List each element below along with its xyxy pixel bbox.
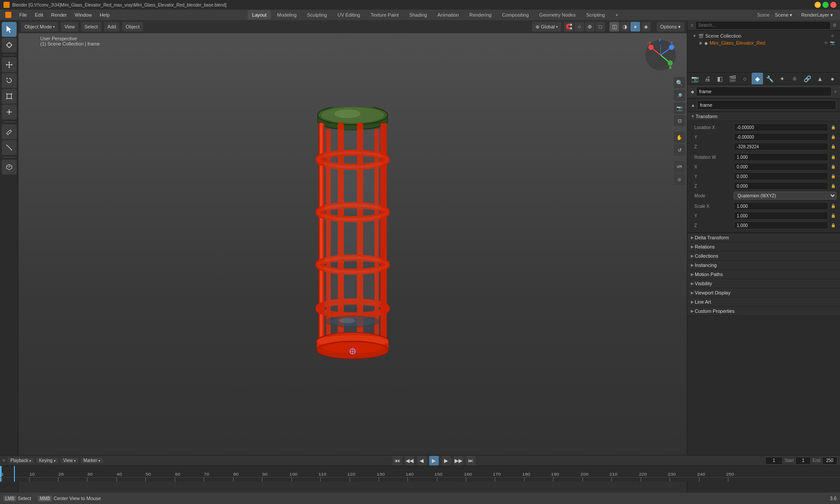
- annotate-tool-button[interactable]: [2, 124, 17, 139]
- proportional-btn[interactable]: ○: [574, 22, 584, 32]
- tab-add[interactable]: +: [611, 10, 623, 20]
- solid-shading-btn[interactable]: ◑: [620, 22, 630, 32]
- renderlayer-dropdown[interactable]: RenderLayer ▾: [798, 10, 836, 20]
- world-props-tab[interactable]: ○: [739, 73, 751, 85]
- motion-paths-header[interactable]: ▶ Motion Paths: [687, 270, 840, 279]
- prev-keyframe-btn[interactable]: ◀◀: [405, 456, 414, 466]
- render-view-btn[interactable]: ◎: [674, 174, 685, 185]
- modifiers-tab[interactable]: 🔧: [764, 73, 776, 85]
- measure-tool-button[interactable]: [2, 140, 17, 155]
- object-name-settings[interactable]: ▾: [834, 89, 836, 94]
- menu-file[interactable]: File: [16, 11, 31, 18]
- xray-btn[interactable]: □: [595, 22, 605, 32]
- view-layer-tab[interactable]: ◧: [714, 73, 726, 85]
- timeline-menu-icon[interactable]: ≡: [3, 458, 5, 463]
- location-z-lock[interactable]: 🔒: [830, 143, 836, 150]
- zoom-in-btn[interactable]: 🔍: [674, 77, 685, 88]
- pan-btn[interactable]: ✋: [674, 132, 685, 143]
- scene-props-tab[interactable]: 🎬: [727, 73, 738, 85]
- location-x-value[interactable]: -0.00000: [734, 123, 828, 131]
- custom-properties-header[interactable]: ▶ Custom Properties: [687, 307, 840, 316]
- outliner-search[interactable]: [695, 21, 831, 30]
- collections-header[interactable]: ▶ Collections: [687, 252, 840, 261]
- rotation-mode-select[interactable]: Quaternion (WXYZ) XYZ Euler Axis Angle: [734, 192, 836, 200]
- move-tool-button[interactable]: [2, 57, 17, 72]
- object-mode-dropdown[interactable]: Object Mode ▾: [21, 22, 58, 32]
- outliner-settings-icon[interactable]: ⚙: [833, 23, 836, 28]
- options-btn[interactable]: Options ▾: [657, 22, 684, 32]
- end-frame-input[interactable]: [822, 457, 837, 465]
- close-button[interactable]: [830, 2, 836, 8]
- tab-layout[interactable]: Layout: [248, 10, 271, 20]
- rotation-x-value[interactable]: 0.000: [734, 163, 828, 171]
- step-back-btn[interactable]: ◀: [417, 456, 427, 466]
- tab-scripting[interactable]: Scripting: [582, 10, 609, 20]
- jump-end-btn[interactable]: ⏭: [466, 456, 476, 466]
- physics-tab[interactable]: ⚛: [789, 73, 801, 85]
- tab-sculpting[interactable]: Sculpting: [303, 10, 331, 20]
- transform-header[interactable]: ▼ Transform: [687, 112, 840, 121]
- tab-geometry-nodes[interactable]: Geometry Nodes: [535, 10, 580, 20]
- scale-z-lock[interactable]: 🔒: [830, 222, 836, 229]
- object-props-tab[interactable]: ◆: [752, 73, 763, 85]
- material-shading-btn[interactable]: ●: [630, 22, 640, 32]
- timeline-ruler[interactable]: 1 10 20 30 40 50 60: [0, 466, 840, 482]
- location-x-lock[interactable]: 🔒: [830, 124, 836, 131]
- current-frame-input[interactable]: [765, 457, 783, 465]
- select-menu-btn[interactable]: Select: [81, 22, 102, 32]
- camera-view-btn[interactable]: 📷: [674, 102, 685, 114]
- menu-blender[interactable]: [2, 11, 15, 19]
- data-tab[interactable]: ▲: [814, 73, 826, 85]
- object-menu-btn[interactable]: Object: [122, 22, 143, 32]
- constraints-tab[interactable]: 🔗: [802, 73, 813, 85]
- tab-texture-paint[interactable]: Texture Paint: [366, 10, 403, 20]
- cursor-tool-button[interactable]: [2, 38, 17, 52]
- rotate-tool-button[interactable]: [2, 73, 17, 88]
- viewport-3d[interactable]: Object Mode ▾ View Select Add Object ⊕ G…: [18, 20, 687, 493]
- scale-y-lock[interactable]: 🔒: [830, 212, 836, 219]
- delta-transform-header[interactable]: ▶ Delta Transform: [687, 233, 840, 242]
- scale-x-value[interactable]: 1.000: [734, 202, 828, 210]
- scene-dropdown[interactable]: Scene ▾: [771, 10, 796, 20]
- render-props-tab[interactable]: 📷: [689, 73, 701, 85]
- zoom-out-btn[interactable]: 🔎: [674, 90, 685, 101]
- add-menu-btn[interactable]: Add: [104, 22, 120, 32]
- step-forward-btn[interactable]: ▶: [441, 456, 451, 466]
- tab-shading[interactable]: Shading: [405, 10, 431, 20]
- menu-render[interactable]: Render: [48, 11, 70, 18]
- maximize-button[interactable]: [822, 2, 829, 8]
- window-controls[interactable]: [815, 2, 836, 8]
- add-cube-button[interactable]: [2, 160, 17, 175]
- rotation-z-lock[interactable]: 🔒: [830, 182, 836, 189]
- scene-collection-item[interactable]: ▼ 🎬 Scene Collection 👁: [691, 32, 836, 39]
- tab-animation[interactable]: Animation: [433, 10, 463, 20]
- marker-btn[interactable]: Marker ▾: [81, 458, 103, 463]
- rotation-y-value[interactable]: 0.000: [734, 172, 828, 180]
- particles-tab[interactable]: ✦: [777, 73, 788, 85]
- overlay-btn[interactable]: ⊕: [585, 22, 595, 32]
- minimize-button[interactable]: [815, 2, 821, 8]
- object-item[interactable]: ▶ ◆ Mini_Glass_Elevator_Red 👁 📷: [691, 39, 836, 46]
- keying-btn[interactable]: Keying ▾: [36, 458, 58, 463]
- next-keyframe-btn[interactable]: ▶▶: [454, 456, 463, 466]
- rotation-w-value[interactable]: 1.000: [734, 153, 828, 161]
- location-y-value[interactable]: -0.00000: [734, 133, 828, 141]
- snap-btn[interactable]: 🧲: [564, 22, 574, 32]
- transform-tool-button[interactable]: [2, 105, 17, 119]
- play-btn[interactable]: ▶: [429, 456, 439, 466]
- scale-x-lock[interactable]: 🔒: [830, 203, 836, 210]
- menu-edit[interactable]: Edit: [32, 11, 47, 18]
- tab-modeling[interactable]: Modeling: [273, 10, 301, 20]
- instancing-header[interactable]: ▶ Instancing: [687, 261, 840, 270]
- tab-compositing[interactable]: Compositing: [497, 10, 533, 20]
- tab-rendering[interactable]: Rendering: [465, 10, 496, 20]
- scale-y-value[interactable]: 1.000: [734, 212, 828, 220]
- rotation-w-lock[interactable]: 🔒: [830, 154, 836, 161]
- relations-header[interactable]: ▶ Relations: [687, 242, 840, 252]
- scale-tool-button[interactable]: [2, 89, 17, 104]
- material-tab[interactable]: ●: [826, 73, 838, 85]
- scale-z-value[interactable]: 1.000: [734, 221, 828, 229]
- menu-window[interactable]: Window: [71, 11, 95, 18]
- rotation-y-lock[interactable]: 🔒: [830, 173, 836, 180]
- location-y-lock[interactable]: 🔒: [830, 133, 836, 140]
